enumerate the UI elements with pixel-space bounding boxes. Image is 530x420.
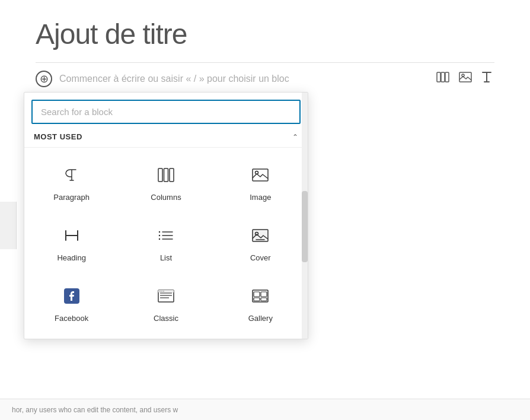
layout-icon[interactable] xyxy=(434,69,452,88)
svg-rect-7 xyxy=(170,168,174,182)
most-used-section-header: Most Used ⌃ xyxy=(24,124,308,148)
columns-icon xyxy=(157,166,175,187)
classic-icon xyxy=(157,287,175,308)
svg-rect-6 xyxy=(164,168,168,182)
block-item-paragraph[interactable]: Paragraph xyxy=(29,155,114,211)
text-toolbar-icon[interactable] xyxy=(479,69,494,88)
block-item-gallery[interactable]: Gallery xyxy=(218,276,303,332)
list-icon xyxy=(157,227,175,247)
svg-rect-0 xyxy=(437,72,440,82)
collapse-icon[interactable]: ⌃ xyxy=(292,133,298,141)
add-block-button[interactable]: ⊕ xyxy=(36,71,52,87)
sidebar-handle[interactable] xyxy=(0,202,17,249)
svg-point-28 xyxy=(163,291,164,292)
svg-rect-8 xyxy=(253,169,268,181)
blocks-grid: Paragraph Columns xyxy=(24,148,308,339)
editor-area: ⊕ Commencer à écrire ou saisir « / » pou… xyxy=(0,62,530,94)
cover-label: Cover xyxy=(250,253,271,262)
facebook-icon xyxy=(63,287,81,308)
image-toolbar-icon[interactable] xyxy=(456,69,474,88)
block-item-classic[interactable]: Classic xyxy=(123,276,208,332)
block-inserter-dropdown: Most Used ⌃ Paragraph xyxy=(24,92,308,339)
svg-rect-31 xyxy=(261,292,267,297)
gallery-label: Gallery xyxy=(248,314,273,323)
block-item-image[interactable]: Image xyxy=(218,155,303,211)
cover-icon xyxy=(251,227,269,247)
classic-label: Classic xyxy=(154,314,178,323)
heading-label: Heading xyxy=(57,253,85,262)
block-item-cover[interactable]: Cover xyxy=(218,215,303,271)
facebook-label: Facebook xyxy=(55,314,88,323)
block-item-list[interactable]: List xyxy=(123,215,208,271)
page-title: Ajout de titre xyxy=(0,0,530,62)
editor-placeholder-row: ⊕ Commencer à écrire ou saisir « / » pou… xyxy=(36,62,494,94)
status-text: hor, any users who can edit the content,… xyxy=(12,406,178,414)
toolbar-icons xyxy=(434,69,494,88)
block-item-columns[interactable]: Columns xyxy=(123,155,208,211)
plus-icon: ⊕ xyxy=(40,72,49,85)
scrollbar-thumb[interactable] xyxy=(302,191,308,262)
editor-placeholder[interactable]: Commencer à écrire ou saisir « / » pour … xyxy=(59,74,427,84)
section-title: Most Used xyxy=(34,132,82,141)
block-item-heading[interactable]: Heading xyxy=(29,215,114,271)
search-container xyxy=(24,93,308,124)
gallery-icon xyxy=(251,287,269,308)
block-search-input[interactable] xyxy=(31,100,301,124)
paragraph-label: Paragraph xyxy=(53,193,90,202)
svg-rect-30 xyxy=(254,292,260,297)
list-label: List xyxy=(160,253,172,262)
scrollbar-track[interactable] xyxy=(302,93,308,339)
heading-icon xyxy=(63,227,81,247)
paragraph-icon xyxy=(63,166,81,187)
svg-rect-5 xyxy=(158,168,162,182)
svg-rect-1 xyxy=(441,72,445,82)
image-icon xyxy=(251,166,269,187)
image-label: Image xyxy=(250,193,271,202)
svg-rect-2 xyxy=(445,72,449,82)
svg-rect-32 xyxy=(254,298,260,301)
status-bar: hor, any users who can edit the content,… xyxy=(0,399,530,420)
svg-point-27 xyxy=(161,291,162,292)
block-item-facebook[interactable]: Facebook xyxy=(29,276,114,332)
svg-rect-3 xyxy=(459,72,471,82)
svg-rect-33 xyxy=(261,298,267,301)
svg-point-26 xyxy=(159,291,161,292)
columns-label: Columns xyxy=(151,193,181,202)
